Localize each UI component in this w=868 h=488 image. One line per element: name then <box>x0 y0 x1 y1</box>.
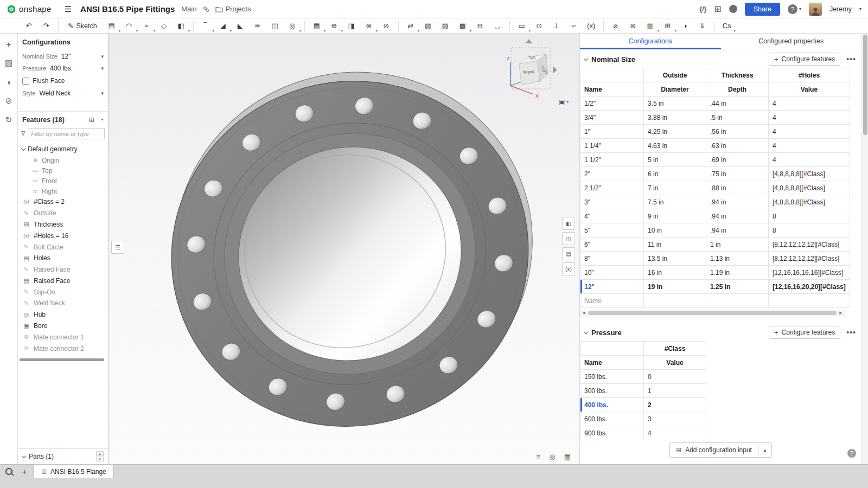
table-cell[interactable]: 12" <box>580 280 644 294</box>
table-cell[interactable]: 6 in <box>644 167 706 181</box>
table-cell[interactable]: 1.19 in <box>706 266 769 280</box>
scroll-right-icon[interactable]: ▶ <box>838 311 844 315</box>
geometry-item-origin[interactable]: ⊕Origin <box>18 155 108 165</box>
move-face-icon[interactable]: ▧ <box>420 20 436 33</box>
feature-item[interactable]: ✎Raised Face <box>18 264 108 275</box>
draft-icon[interactable]: ◣ <box>232 20 248 33</box>
add-configuration-input-button[interactable]: ⊞ Add configuration input ▲ <box>669 442 772 458</box>
rib-icon[interactable]: ≣ <box>250 20 266 33</box>
linear-pattern-icon[interactable]: ▦▾ <box>309 20 325 33</box>
curve-icon[interactable]: ∽ <box>566 20 582 33</box>
undo-icon[interactable]: ↶ <box>21 20 37 33</box>
circular-pattern-icon[interactable]: ⊕▾ <box>326 20 342 33</box>
parts-section[interactable]: Parts (1) ▲ ▼ <box>18 448 108 464</box>
feature-item[interactable]: ▤Holes <box>18 253 108 264</box>
table-cell[interactable]: 4.63 in <box>644 139 706 153</box>
filter-input[interactable] <box>28 128 105 139</box>
table-cell[interactable]: 4 <box>769 97 850 111</box>
table-cell[interactable]: 8 <box>769 223 850 237</box>
point-icon[interactable]: ⊙ <box>531 20 547 33</box>
featurescript-icon[interactable]: {/} <box>700 5 707 13</box>
feature-list-flyout-handle[interactable]: ☰ <box>111 241 124 254</box>
table-row[interactable]: 3"7.5 in.94 in[4,8,8,8,8][#Class] <box>580 195 850 209</box>
select-tool[interactable]: + <box>3 38 15 50</box>
style-dropdown[interactable]: Style Weld Neck ▾ <box>18 87 108 99</box>
view-options-button[interactable]: ▣ ▾ <box>559 98 569 106</box>
redo-icon[interactable]: ↷ <box>38 20 54 33</box>
table-cell[interactable]: 8 <box>769 209 850 223</box>
split-icon[interactable]: ⊘ <box>378 20 394 33</box>
projects-breadcrumb[interactable]: Projects <box>215 5 251 13</box>
feature-item[interactable]: ✎Slip-On <box>18 286 108 298</box>
table-cell[interactable]: .69 in <box>706 153 769 167</box>
table-row[interactable]: 1/2"3.5 in.44 in4 <box>580 97 850 111</box>
table-cell[interactable]: [12,16,16,16,16][#Class] <box>769 266 850 280</box>
grid-icon[interactable]: ▦ <box>564 453 571 461</box>
table-cell[interactable]: 4 <box>769 139 850 153</box>
geometry-item-top[interactable]: ▭Top <box>18 165 108 176</box>
export-icon[interactable]: ⇓ <box>694 20 711 33</box>
chevron-down-icon[interactable] <box>584 330 588 334</box>
table-cell[interactable]: [8,12,12,12,12][#Class] <box>769 252 850 266</box>
table-cell[interactable]: 4 <box>769 153 850 167</box>
table-cell[interactable]: 2 <box>644 398 706 412</box>
table-cell[interactable]: .94 in <box>706 223 769 237</box>
table-row[interactable]: 5"10 in.94 in8 <box>580 223 850 237</box>
table-cell[interactable]: 1 1/2" <box>580 153 644 167</box>
configure-features-button[interactable]: + Configure features <box>769 326 840 339</box>
table-cell[interactable]: 150 lbs. <box>580 370 644 384</box>
feature-item[interactable]: ✎Bolt Circle <box>18 241 108 253</box>
shell-icon[interactable]: ◫ <box>267 20 283 33</box>
table-cell[interactable]: .94 in <box>706 209 769 223</box>
feature-item[interactable]: ▣Bore <box>18 320 108 332</box>
history-tool[interactable]: ↻ <box>3 114 15 126</box>
table-cell[interactable]: 4" <box>580 209 644 223</box>
tab-ansi-flange[interactable]: ⊞ ANSI B16.5 Flange <box>34 465 114 478</box>
tab-configurations[interactable]: Configurations <box>580 34 721 49</box>
table-cell[interactable]: 5 in <box>644 153 706 167</box>
table-row[interactable]: 6"11 in1 in[8,12,12,12,12][#Class] <box>580 237 850 252</box>
table-cell[interactable]: .63 in <box>706 139 769 153</box>
table-row[interactable]: 400 lbs.2 <box>580 398 706 412</box>
comment-tool[interactable]: ◖ <box>3 76 15 88</box>
help-menu[interactable]: ? ▾ <box>788 4 801 14</box>
geometry-item-front[interactable]: ▭Front <box>18 176 108 186</box>
mate-connector-icon[interactable]: ⊛ <box>625 20 641 33</box>
table-row[interactable]: 300 lbs.1 <box>580 384 706 398</box>
axis-icon[interactable]: ⊥ <box>548 20 565 33</box>
table-row[interactable]: 8"13.5 in1.13 in[8,12,12,12,12][#Class] <box>580 252 850 266</box>
feature-list-scrollbar[interactable] <box>20 358 104 361</box>
table-cell[interactable]: 1/2" <box>580 97 644 111</box>
display-options-icon[interactable]: ▤ <box>562 247 575 260</box>
more-options-icon[interactable]: ••• <box>846 55 856 63</box>
table-cell[interactable]: 7 in <box>644 181 706 195</box>
sweep-icon[interactable]: ≈▾ <box>138 20 155 33</box>
table-cell[interactable]: [4,8,8,8,8][#Class] <box>769 167 850 181</box>
sketch-button[interactable]: ✎Sketch <box>62 20 103 33</box>
table-row[interactable]: 2 1/2"7 in.88 in[4,8,8,8,8][#Class] <box>580 181 850 195</box>
new-folder-icon[interactable]: ⊞ <box>89 116 94 124</box>
user-menu-chevron-icon[interactable]: ▾ <box>859 7 861 11</box>
table-cell[interactable]: 3/4" <box>580 111 644 125</box>
table-cell[interactable]: 8" <box>580 252 644 266</box>
feature-item[interactable]: ✎Outside <box>18 208 108 219</box>
mirror-icon[interactable]: ◨ <box>343 20 360 33</box>
table-row[interactable]: 1 1/4"4.63 in.63 in4 <box>580 139 850 153</box>
table-cell[interactable]: 4 <box>769 125 850 139</box>
table-row[interactable]: 1 1/2"5 in.69 in4 <box>580 153 850 167</box>
main-menu-icon[interactable]: ☰ <box>65 4 72 14</box>
onshape-logo[interactable]: onshape <box>7 4 52 14</box>
table-cell[interactable]: 400 lbs. <box>580 398 644 412</box>
fillet-icon[interactable]: ⌒▾ <box>197 20 214 33</box>
tab-configured-properties[interactable]: Configured properties <box>721 34 862 49</box>
chevron-up-icon[interactable]: ▲ <box>758 443 771 457</box>
modify-fillet-icon[interactable]: ◡ <box>489 20 506 33</box>
table-cell[interactable] <box>706 294 769 308</box>
table-cell[interactable]: Name <box>580 294 644 308</box>
appearance-icon[interactable]: ◑ <box>677 20 693 33</box>
help-icon[interactable]: ? <box>847 449 856 458</box>
table-cell[interactable] <box>644 294 706 308</box>
table-cell[interactable]: 1 1/4" <box>580 139 644 153</box>
rotate-up-arrow-icon[interactable] <box>526 39 532 43</box>
configure-features-button[interactable]: + Configure features <box>769 53 840 66</box>
